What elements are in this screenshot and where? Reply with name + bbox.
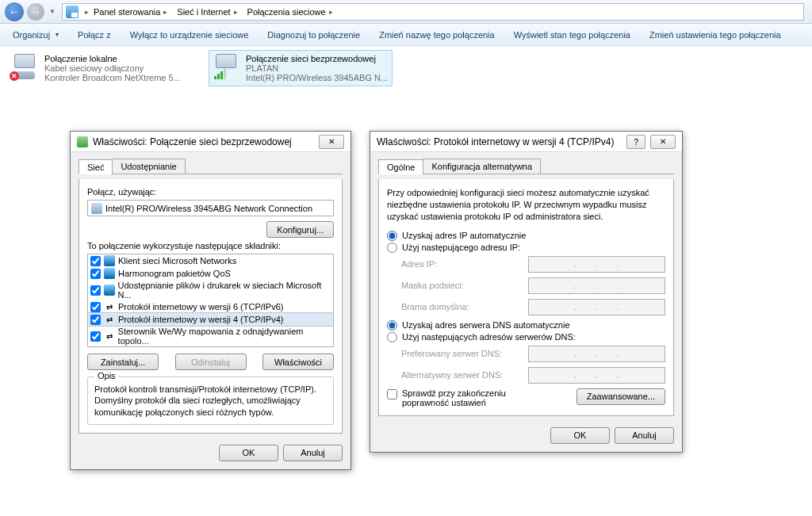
radio-ip-manual[interactable]: Użyj następującego adresu IP: xyxy=(387,243,665,253)
adapter-name: Intel(R) PRO/Wireless 3945ABG Network Co… xyxy=(105,204,312,213)
radio-ip-auto[interactable]: Uzyskaj adres IP automatycznie xyxy=(387,231,665,241)
adapter-icon xyxy=(77,136,88,147)
lan-icon xyxy=(11,54,40,79)
uninstall-button: Odinstaluj xyxy=(175,354,247,370)
protocol-icon: ⇄ xyxy=(104,314,115,325)
protocol-icon: ⇄ xyxy=(104,331,115,342)
breadcrumb[interactable]: ▸ Panel sterowania▸ Sieć i Internet▸ Poł… xyxy=(62,3,804,21)
crumb-label: Panel sterowania xyxy=(94,7,160,17)
list-item[interactable]: ⇄Protokół internetowy w wersji 4 (TCP/IP… xyxy=(88,313,333,326)
advanced-button[interactable]: Zaawansowane... xyxy=(576,388,665,405)
components-listbox[interactable]: Klient sieci Microsoft Networks Harmonog… xyxy=(87,254,334,347)
properties-button[interactable]: Właściwości xyxy=(262,354,334,370)
disable-device-button[interactable]: Wyłącz to urządzenie sieciowe xyxy=(122,27,257,43)
item-checkbox[interactable] xyxy=(90,269,101,279)
cancel-button[interactable]: Anuluj xyxy=(615,427,674,444)
list-item[interactable]: ⇄Protokół internetowy w wersji 6 (TCP/IP… xyxy=(88,300,333,313)
tab-general[interactable]: Ogólne xyxy=(378,159,423,174)
diagnose-button[interactable]: Diagnozuj to połączenie xyxy=(259,27,368,43)
service-icon xyxy=(104,285,115,296)
dialog-titlebar[interactable]: Właściwości: Protokół internetowy w wers… xyxy=(370,132,682,152)
help-button[interactable]: ? xyxy=(626,135,645,149)
rename-button[interactable]: Zmień nazwę tego połączenia xyxy=(371,27,503,43)
radio-label: Uzyskaj adres serwera DNS automatycznie xyxy=(402,320,570,330)
intro-text: Przy odpowiedniej konfiguracji sieci moż… xyxy=(387,187,665,223)
dialog-title-text: Właściwości: Protokół internetowy w wers… xyxy=(377,136,614,147)
crumb-panel[interactable]: Panel sterowania▸ xyxy=(89,4,172,20)
item-checkbox[interactable] xyxy=(90,302,101,312)
list-item[interactable]: ⇄Responder odnajdywania topologii warstw… xyxy=(88,346,333,347)
item-label: Udostępnianie plików i drukarek w siecia… xyxy=(118,281,331,300)
crumb-network[interactable]: Sieć i Internet▸ xyxy=(172,4,242,20)
item-checkbox[interactable] xyxy=(90,256,101,266)
adapter-field[interactable]: Intel(R) PRO/Wireless 3945ABG Network Co… xyxy=(87,200,334,216)
radio-input[interactable] xyxy=(387,332,397,342)
chevron-right-icon: ▸ xyxy=(234,8,238,16)
validate-checkbox[interactable] xyxy=(387,389,397,399)
command-bar: Organizuj Połącz z Wyłącz to urządzenie … xyxy=(0,24,812,46)
service-icon xyxy=(104,268,115,279)
item-checkbox[interactable] xyxy=(90,315,101,325)
configure-button[interactable]: Konfiguruj... xyxy=(266,221,334,238)
nav-forward-button[interactable]: → xyxy=(27,3,44,21)
cancel-button[interactable]: Anuluj xyxy=(283,445,343,461)
ok-button[interactable]: OK xyxy=(219,445,278,461)
close-button[interactable]: ✕ xyxy=(650,135,676,149)
item-checkbox[interactable] xyxy=(90,331,101,342)
connection-name: Połączenie sieci bezprzewodowej xyxy=(246,54,388,63)
connect-using-label: Połącz, używając: xyxy=(87,187,334,197)
connection-status: PLATAN xyxy=(246,63,388,73)
wlan-icon xyxy=(213,54,241,79)
connection-lan[interactable]: Połączenie lokalne Kabel sieciowy odłącz… xyxy=(8,51,190,86)
radio-input[interactable] xyxy=(387,243,397,253)
connect-button[interactable]: Połącz z xyxy=(70,27,119,43)
nav-back-button[interactable]: ← xyxy=(5,2,24,21)
radio-label: Użyj następującego adresu IP: xyxy=(402,243,520,252)
tabs: Sieć Udostępnianie xyxy=(79,159,343,174)
dialog-connection-properties: Właściwości: Połączenie sieci bezprzewod… xyxy=(70,131,351,470)
adapter-icon xyxy=(91,203,102,214)
organize-menu[interactable]: Organizuj xyxy=(5,27,67,43)
list-item[interactable]: ⇄Sterownik We/Wy mapowania z odnajdywani… xyxy=(88,326,333,346)
validate-checkbox-row[interactable]: Sprawdź przy zakończeniu poprawność usta… xyxy=(387,388,546,407)
client-icon xyxy=(104,255,115,266)
connection-wlan[interactable]: Połączenie sieci bezprzewodowej PLATAN I… xyxy=(209,51,392,86)
connection-status: Kabel sieciowy odłączony xyxy=(44,63,181,73)
close-button[interactable]: ✕ xyxy=(319,135,344,149)
tab-page-network: Połącz, używając: Intel(R) PRO/Wireless … xyxy=(79,179,343,434)
dialog-tcpip-properties: Właściwości: Protokół internetowy w wers… xyxy=(370,131,683,453)
change-settings-button[interactable]: Zmień ustawienia tego połączenia xyxy=(642,27,789,43)
radio-label: Uzyskaj adres IP automatycznie xyxy=(402,231,526,240)
validate-label: Sprawdź przy zakończeniu poprawność usta… xyxy=(402,388,546,407)
list-item[interactable]: Udostępnianie plików i drukarek w siecia… xyxy=(88,280,333,300)
install-button[interactable]: Zainstaluj... xyxy=(87,354,159,370)
item-label: Protokół internetowy w wersji 4 (TCP/IPv… xyxy=(118,315,283,324)
alternate-dns-label: Alternatywny serwer DNS: xyxy=(401,370,520,380)
tab-page-general: Przy odpowiedniej konfiguracji sieci moż… xyxy=(378,179,674,416)
ok-button[interactable]: OK xyxy=(550,427,610,444)
item-label: Harmonogram pakietów QoS xyxy=(118,269,231,278)
radio-dns-manual[interactable]: Użyj następujących adresów serwerów DNS: xyxy=(387,332,665,342)
tab-sharing[interactable]: Udostępnianie xyxy=(112,159,185,174)
view-status-button[interactable]: Wyświetl stan tego połączenia xyxy=(506,27,638,43)
gateway-label: Brama domyślna: xyxy=(401,302,520,312)
tab-network[interactable]: Sieć xyxy=(79,159,113,174)
description-heading: Opis xyxy=(94,371,119,380)
list-item[interactable]: Klient sieci Microsoft Networks xyxy=(88,254,333,267)
tab-alternate[interactable]: Konfiguracja alternatywna xyxy=(423,159,541,174)
nav-history-dropdown[interactable]: ▼ xyxy=(49,8,56,15)
crumb-label: Sieć i Internet xyxy=(177,7,230,17)
description-text: Protokół kontroli transmisji/Protokół in… xyxy=(94,384,327,418)
list-item[interactable]: Harmonogram pakietów QoS xyxy=(88,267,333,280)
radio-input[interactable] xyxy=(387,231,397,241)
radio-dns-auto[interactable]: Uzyskaj adres serwera DNS automatycznie xyxy=(387,320,665,331)
radio-input[interactable] xyxy=(387,320,397,331)
crumb-connections[interactable]: Połączenia sieciowe▸ xyxy=(243,4,338,20)
item-label: Protokół internetowy w wersji 6 (TCP/IPv… xyxy=(118,302,283,312)
radio-label: Użyj następujących adresów serwerów DNS: xyxy=(402,332,576,342)
item-label: Klient sieci Microsoft Networks xyxy=(118,256,236,266)
description-group: Opis Protokół kontroli transmisji/Protok… xyxy=(87,376,334,425)
dialog-titlebar[interactable]: Właściwości: Połączenie sieci bezprzewod… xyxy=(71,132,350,152)
item-checkbox[interactable] xyxy=(90,285,101,296)
subnet-mask-label: Maska podsieci: xyxy=(401,281,520,290)
